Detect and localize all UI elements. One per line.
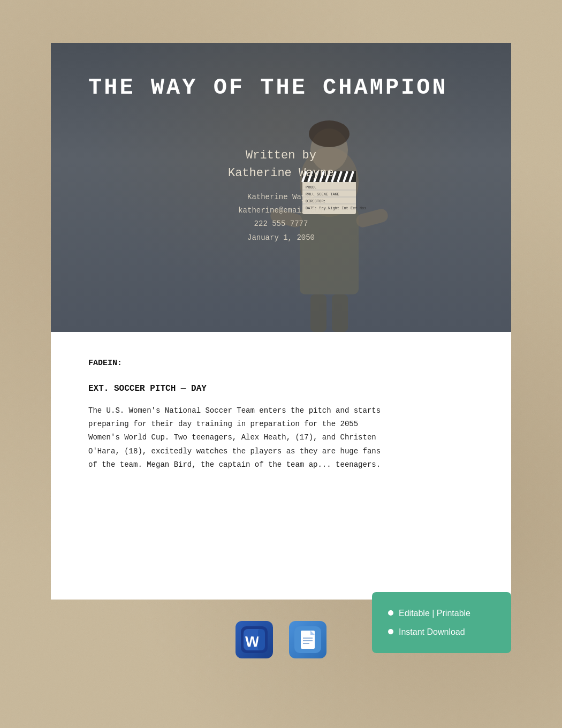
contact-email: katherine@email.com [88, 204, 474, 217]
feature-badge: Editable | Printable Instant Download [372, 592, 511, 653]
docs-app-icon[interactable] [289, 621, 326, 658]
cover-section: PROD. ROLL SCENE TAKE DIRECTOR: DATE: Da… [51, 43, 511, 332]
badge-label-1: Editable | Printable [399, 604, 470, 623]
word-app-icon[interactable]: W [236, 621, 273, 658]
contact-area: Katherine Wayne katherine@email.com 222 … [88, 191, 474, 245]
svg-rect-25 [332, 294, 348, 332]
contact-date: January 1, 2050 [88, 231, 474, 245]
page-wrapper: PROD. ROLL SCENE TAKE DIRECTOR: DATE: Da… [0, 0, 562, 712]
author-name: Katherine Wayne [88, 166, 474, 180]
written-by-label: Written by [88, 149, 474, 162]
title-area: THE WAY OF THE CHAMPION [88, 75, 448, 101]
fade-in-text: FADEIN: [88, 359, 474, 368]
docs-icon-svg [294, 626, 321, 653]
author-area: Written by Katherine Wayne [88, 149, 474, 180]
badge-item-1: Editable | Printable [388, 604, 495, 623]
badge-item-2: Instant Download [388, 623, 495, 641]
bullet-dot-2 [388, 629, 393, 634]
svg-text:PROD.: PROD. [306, 185, 317, 189]
svg-rect-24 [310, 294, 326, 332]
contact-phone: 222 555 7777 [88, 217, 474, 231]
scene-description: The U.S. Women's National Soccer Team en… [88, 404, 388, 472]
svg-rect-29 [258, 629, 265, 650]
script-section: FADEIN: EXT. SOCCER PITCH — DAY The U.S.… [51, 332, 511, 600]
word-icon-svg: W [241, 626, 268, 653]
contact-info: Katherine Wayne katherine@email.com 222 … [88, 191, 474, 245]
scene-heading: EXT. SOCCER PITCH — DAY [88, 384, 474, 393]
bullet-dot-1 [388, 610, 393, 616]
svg-point-2 [309, 120, 350, 147]
svg-text:W: W [245, 633, 260, 650]
contact-name: Katherine Wayne [88, 191, 474, 204]
main-title: THE WAY OF THE CHAMPION [88, 75, 448, 101]
badge-label-2: Instant Download [399, 623, 465, 641]
